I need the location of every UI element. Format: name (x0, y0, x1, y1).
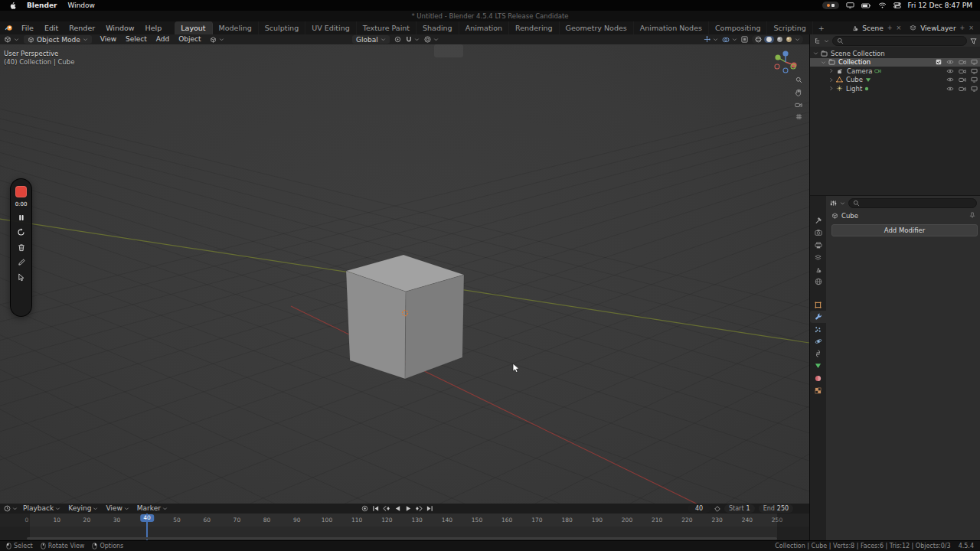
play-button[interactable] (403, 504, 413, 513)
gizmo-z-axis[interactable] (782, 51, 788, 56)
timeline-scrollbar[interactable] (27, 537, 777, 540)
workspace-tab-texture-paint[interactable]: Texture Paint (357, 21, 416, 34)
record-stop-button[interactable] (15, 186, 27, 197)
filter-funnel-icon[interactable] (970, 37, 977, 44)
shading-rendered-button[interactable] (786, 36, 792, 43)
play-reverse-button[interactable] (393, 504, 402, 513)
timeline-menu-playback[interactable]: Playback (19, 504, 64, 514)
scene-new-button[interactable]: + (887, 24, 893, 31)
proportional-editing-toggle[interactable] (424, 36, 439, 43)
viewlayer-selector[interactable]: ViewLayer (920, 24, 956, 32)
jump-end-button[interactable] (425, 504, 434, 513)
menu-window[interactable]: Window (100, 21, 139, 34)
pivot-point-button[interactable] (394, 36, 401, 43)
restart-icon[interactable] (17, 228, 25, 236)
menubar-window-menu[interactable]: Window (67, 2, 95, 9)
outliner-row-camera[interactable]: Camera (810, 67, 980, 76)
wifi-icon[interactable] (878, 2, 887, 8)
properties-tab-output[interactable] (810, 239, 826, 251)
properties-tab-object[interactable] (810, 298, 826, 311)
scene-selector[interactable]: Scene (862, 24, 883, 32)
timeline-menu-keying[interactable]: Keying (64, 504, 102, 514)
mode-options-button[interactable] (210, 37, 224, 43)
workspace-tab-animation-nodes[interactable]: Animation Nodes (634, 21, 709, 34)
menu-render[interactable]: Render (64, 21, 100, 34)
gizmo-y-axis[interactable] (775, 54, 780, 60)
screen-icon[interactable] (971, 68, 978, 74)
camera-view-icon[interactable] (795, 102, 802, 108)
workspace-tab-layout[interactable]: Layout (175, 21, 212, 34)
apple-logo-icon[interactable] (9, 2, 16, 10)
properties-tab-scene[interactable] (810, 263, 826, 276)
viewport-menu-add[interactable]: Add (152, 34, 173, 44)
battery-icon[interactable] (861, 3, 871, 8)
default-cube[interactable] (346, 255, 464, 379)
draw-pencil-icon[interactable] (18, 259, 25, 266)
properties-tab-render[interactable] (810, 227, 826, 239)
outliner-row-cube[interactable]: Cube (810, 76, 980, 85)
menubar-app-name[interactable]: Blender (27, 2, 57, 9)
editor-properties-icon[interactable] (830, 200, 837, 207)
eye-icon[interactable] (946, 68, 954, 74)
start-frame-field[interactable]: Start1 (724, 504, 755, 513)
outliner-row-light[interactable]: Light (810, 84, 980, 93)
gizmo-z-neg[interactable] (783, 68, 788, 73)
editor-type-selector[interactable] (4, 36, 19, 43)
editor-outliner-icon[interactable] (814, 37, 821, 44)
viewlayer-new-button[interactable]: + (960, 24, 965, 31)
timeline-menu-marker[interactable]: Marker (133, 504, 172, 514)
ortho-toggle-icon[interactable] (795, 113, 802, 120)
blender-logo-menu[interactable] (5, 24, 13, 31)
properties-tab-texture[interactable] (810, 384, 826, 396)
properties-tab-material[interactable] (810, 372, 826, 384)
recording-indicator[interactable] (822, 2, 839, 9)
properties-tab-modifiers[interactable] (810, 311, 826, 323)
properties-tab-physics[interactable] (810, 335, 826, 347)
menu-edit[interactable]: Edit (39, 21, 64, 34)
properties-tab-constraints[interactable] (810, 347, 826, 360)
scene-unlink-button[interactable]: × (896, 24, 901, 31)
menubar-clock[interactable]: Fri 12 Dec 8:47 PM (908, 2, 972, 9)
display-icon[interactable] (846, 2, 854, 8)
eye-icon[interactable] (946, 77, 954, 83)
workspace-tab-shading[interactable]: Shading (416, 21, 459, 34)
workspace-tab-animation[interactable]: Animation (459, 21, 509, 34)
viewlayer-remove-button[interactable]: × (969, 24, 974, 31)
workspace-tab-scripting[interactable]: Scripting (767, 21, 812, 34)
jump-start-button[interactable] (371, 504, 381, 513)
breadcrumb-object-name[interactable]: Cube (841, 212, 858, 220)
show-gizmos-toggle[interactable] (704, 36, 718, 43)
camera-toggle-icon[interactable] (959, 77, 966, 83)
properties-tab-particles[interactable] (810, 323, 826, 335)
end-frame-field[interactable]: End250 (759, 504, 793, 513)
outliner-row-collection[interactable]: Collection (810, 58, 980, 67)
workspace-tab-geometry-nodes[interactable]: Geometry Nodes (560, 21, 634, 34)
properties-tab-tool[interactable] (810, 214, 826, 227)
shading-solid-button[interactable] (766, 36, 773, 43)
screen-icon[interactable] (971, 77, 978, 83)
pin-icon[interactable] (969, 212, 975, 219)
current-frame-field[interactable]: 40 (688, 504, 710, 513)
gizmo-x-neg[interactable] (775, 64, 779, 69)
show-overlays-toggle[interactable] (722, 37, 737, 43)
camera-toggle-icon[interactable] (959, 59, 966, 65)
pause-icon[interactable] (18, 214, 24, 221)
viewport-menu-view[interactable]: View (96, 34, 120, 44)
viewport-menu-select[interactable]: Select (122, 34, 151, 44)
snap-toggle[interactable] (406, 36, 420, 43)
menu-file[interactable]: File (16, 21, 39, 34)
eye-icon[interactable] (946, 59, 954, 65)
control-center-icon[interactable] (893, 2, 901, 8)
pan-hand-icon[interactable] (795, 89, 802, 96)
properties-search-input[interactable] (862, 200, 972, 207)
screen-icon[interactable] (971, 86, 978, 92)
shading-wireframe-button[interactable] (755, 36, 762, 43)
workspace-tab-compositing[interactable]: Compositing (709, 21, 768, 34)
timeline-ruler[interactable]: 0102030405060708090100110120130140150160… (0, 514, 809, 527)
shading-material-button[interactable] (776, 36, 783, 43)
camera-toggle-icon[interactable] (959, 86, 966, 92)
prev-keyframe-button[interactable] (382, 504, 391, 513)
outliner-row-scene-collection[interactable]: Scene Collection (810, 49, 980, 58)
keying-set-icon[interactable] (714, 506, 720, 512)
playhead-frame-label[interactable]: 40 (140, 514, 154, 522)
